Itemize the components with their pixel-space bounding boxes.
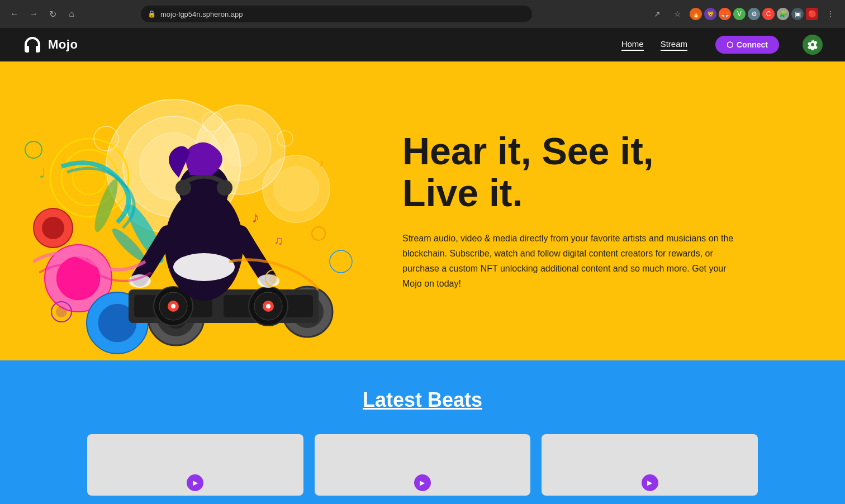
hero-headline-line2: Live it.	[402, 172, 523, 214]
logo-text: Mojo	[48, 37, 78, 52]
latest-beats-title: Latest Beats	[22, 388, 823, 412]
settings-button[interactable]	[803, 35, 823, 55]
svg-point-45	[266, 304, 270, 308]
svg-point-7	[274, 167, 319, 211]
share-button[interactable]: ↗	[649, 6, 665, 22]
hero-content: Hear it, See it, Live it. Stream audio, …	[380, 97, 845, 325]
svg-point-13	[67, 267, 89, 289]
extension-icons: 🔥 🦁 🦊 V ⚙ C 🧩 ▣ 🔴	[690, 8, 818, 20]
refresh-button[interactable]: ↻	[45, 6, 60, 22]
svg-point-5	[224, 133, 257, 167]
lock-icon: 🔒	[148, 10, 156, 18]
bookmark-button[interactable]: ☆	[670, 6, 685, 22]
beats-grid: ▶ ▶ ▶	[87, 434, 758, 496]
svg-point-16	[107, 313, 127, 333]
svg-text:♫: ♫	[274, 234, 283, 248]
ext-icon-3[interactable]: 🦊	[719, 8, 731, 20]
beat-card-3: ▶	[542, 434, 758, 496]
svg-point-55	[312, 227, 325, 240]
ext-icon-9[interactable]: 🔴	[806, 8, 818, 20]
nav-links: Home Stream ⬡ Connect	[621, 35, 823, 55]
browser-nav-buttons: ← → ↻ ⌂	[7, 6, 79, 22]
connect-button[interactable]: ⬡ Connect	[715, 36, 779, 54]
address-bar[interactable]: 🔒 mojo-lgp54n.spheron.app	[141, 6, 532, 22]
svg-point-49	[217, 180, 232, 196]
svg-point-54	[269, 274, 278, 283]
ext-icon-5[interactable]: ⚙	[748, 8, 760, 20]
hero-section: ♪ ♫ ♩ ♪	[0, 61, 845, 360]
dj-svg: ♪ ♫ ♩ ♪	[6, 66, 374, 356]
hero-headline: Hear it, See it, Live it.	[402, 130, 800, 214]
beat-card-3-play[interactable]: ▶	[642, 474, 658, 491]
nav-home[interactable]: Home	[621, 39, 644, 51]
svg-point-41	[171, 304, 175, 308]
back-button[interactable]: ←	[7, 6, 22, 22]
svg-text:♪: ♪	[319, 156, 324, 169]
svg-point-58	[330, 250, 352, 273]
app-navbar: Mojo Home Stream ⬡ Connect	[0, 28, 845, 61]
svg-point-50	[173, 253, 235, 281]
connect-icon: ⬡	[727, 40, 733, 49]
ext-icon-4[interactable]: V	[733, 8, 746, 20]
svg-point-57	[56, 306, 67, 317]
browser-actions: ↗ ☆ 🔥 🦁 🦊 V ⚙ C 🧩 ▣ 🔴 ⋮	[649, 6, 838, 22]
ext-icon-2[interactable]: 🦁	[704, 8, 716, 20]
nav-stream[interactable]: Stream	[661, 39, 687, 51]
svg-point-19	[48, 222, 59, 234]
headphones-icon	[22, 35, 42, 55]
url-text: mojo-lgp54n.spheron.app	[160, 10, 243, 18]
browser-chrome: ← → ↻ ⌂ 🔒 mojo-lgp54n.spheron.app ↗ ☆ 🔥 …	[0, 0, 845, 28]
ext-icon-1[interactable]: 🔥	[690, 8, 702, 20]
hero-headline-line1: Hear it, See it,	[402, 130, 654, 172]
ext-icon-8[interactable]: ▣	[791, 8, 804, 20]
beat-card-1-play[interactable]: ▶	[187, 474, 203, 491]
home-button[interactable]: ⌂	[64, 6, 79, 22]
hero-description: Stream audio, video & media directly fro…	[402, 231, 738, 292]
ext-icon-7[interactable]: 🧩	[777, 8, 789, 20]
beat-card-2-play[interactable]: ▶	[414, 474, 431, 491]
svg-point-48	[175, 180, 191, 196]
hero-illustration: ♪ ♫ ♩ ♪	[0, 61, 380, 360]
ext-icon-6[interactable]: C	[762, 8, 775, 20]
app-logo: Mojo	[22, 35, 78, 55]
connect-label: Connect	[737, 40, 768, 49]
beat-card-1: ▶	[87, 434, 303, 496]
latest-beats-section: Latest Beats ▶ ▶ ▶	[0, 360, 845, 504]
svg-text:♩: ♩	[39, 165, 45, 180]
svg-point-59	[25, 141, 42, 158]
menu-button[interactable]: ⋮	[823, 6, 838, 22]
svg-text:♪: ♪	[251, 208, 259, 226]
forward-button[interactable]: →	[26, 6, 41, 22]
beat-card-2: ▶	[315, 434, 531, 496]
